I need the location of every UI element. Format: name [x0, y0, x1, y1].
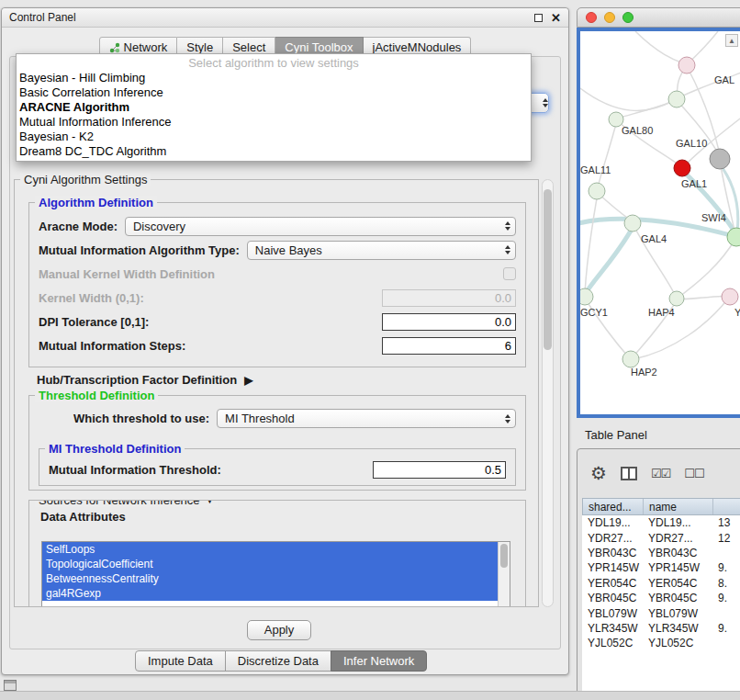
table-row[interactable]: YBL079WYBL079W	[582, 605, 740, 620]
group-title: Sources for Network Inference ▼	[35, 500, 218, 507]
tab-label: jActiveMNodules	[373, 40, 462, 54]
attribute-item[interactable]: SelfLoops	[42, 542, 498, 557]
table-row[interactable]: YJL052CYJL052C	[582, 636, 740, 650]
select-all-icon[interactable]: ☑☑	[651, 467, 670, 480]
apply-button[interactable]: Apply	[247, 620, 311, 640]
attribute-item[interactable]: BetweennessCentrality	[42, 571, 498, 586]
tab-impute-data[interactable]: Impute Data	[135, 650, 226, 672]
manual-kernel-checkbox[interactable]	[503, 267, 516, 280]
network-node[interactable]	[727, 228, 740, 246]
sources-title-label: Sources for Network Inference	[39, 500, 200, 507]
deselect-all-icon[interactable]: ☐☐	[684, 467, 703, 480]
network-canvas-svg[interactable]: GALGAL80GAL10GAL11GAL1SWI4GAL4GCY1HAP4YH…	[580, 31, 740, 418]
scrollbar-thumb[interactable]	[544, 189, 552, 350]
dpi-tolerance-input[interactable]	[382, 313, 516, 331]
combobox-value: Naive Bayes	[255, 243, 322, 257]
network-node[interactable]	[722, 288, 738, 305]
network-node[interactable]	[669, 291, 684, 306]
minimize-traffic-light-icon[interactable]	[604, 12, 615, 23]
column-header[interactable]	[713, 499, 740, 514]
kernel-width-input[interactable]	[382, 289, 516, 307]
table-header-row: shared...name	[582, 498, 740, 515]
network-node[interactable]	[678, 57, 695, 73]
bottom-status-strip	[0, 691, 740, 700]
network-node[interactable]	[589, 183, 605, 199]
table-cell: 13	[712, 515, 740, 530]
columns-icon[interactable]	[621, 467, 637, 480]
control-panel-titlebar[interactable]: Control Panel ✕	[2, 8, 568, 28]
network-node[interactable]	[710, 149, 730, 169]
table-row[interactable]: YBR045CYBR045C9.	[582, 591, 740, 605]
column-header[interactable]: shared...	[583, 499, 644, 514]
expand-arrow-icon[interactable]: ▶	[244, 374, 252, 387]
network-node[interactable]	[674, 160, 690, 176]
mi-steps-input[interactable]	[382, 337, 516, 355]
hub-tf-definition-label: Hub/Transcription Factor Definition	[37, 373, 237, 387]
tab-label: Cyni Toolbox	[285, 40, 353, 54]
dropdown-placeholder: Select algorithm to view settings	[17, 56, 531, 71]
hub-tf-definition-toggle[interactable]: Hub/Transcription Factor Definition ▶	[37, 373, 252, 387]
list-scrollbar[interactable]	[498, 542, 510, 607]
tab-infer-network[interactable]: Infer Network	[331, 650, 427, 672]
table-row[interactable]: YER054CYER054C8.	[582, 576, 740, 591]
group-title: Threshold Definition	[35, 389, 158, 402]
bottom-tab-bar: Impute Data Discretize Data Infer Networ…	[135, 650, 427, 672]
table-row[interactable]: YDL19...YDL19...13	[582, 515, 740, 530]
scroll-up-arrow-icon[interactable]: ▲	[725, 34, 738, 47]
attribute-item[interactable]: TopologicalCoefficient	[42, 557, 498, 571]
network-view-window: GALGAL80GAL10GAL11GAL1SWI4GAL4GCY1HAP4YH…	[577, 7, 740, 418]
network-node[interactable]	[580, 288, 593, 305]
tab-label: Select	[232, 40, 265, 54]
table-cell: 9.	[712, 591, 740, 605]
collapsed-panel-icon[interactable]	[4, 680, 17, 691]
algorithm-option[interactable]: Bayesian - Hill Climbing	[17, 71, 531, 85]
table-row[interactable]: YPR145WYPR145W9.	[582, 560, 740, 575]
tab-discretize-data[interactable]: Discretize Data	[225, 650, 331, 672]
algorithm-option[interactable]: ARACNE Algorithm	[17, 100, 531, 115]
group-title: MI Threshold Definition	[45, 442, 185, 456]
algorithm-option-list: Bayesian - Hill ClimbingBasic Correlatio…	[17, 71, 531, 159]
float-window-icon[interactable]	[534, 14, 543, 22]
table-cell: YBR045C	[643, 591, 712, 605]
table-row[interactable]: YBR043CYBR043C	[582, 546, 740, 560]
network-canvas-frame: GALGAL80GAL10GAL11GAL1SWI4GAL4GCY1HAP4YH…	[577, 28, 740, 418]
close-icon[interactable]: ✕	[551, 11, 561, 25]
table-cell: YER054C	[643, 576, 712, 591]
table-cell: YDL19...	[582, 515, 643, 530]
network-node[interactable]	[624, 215, 641, 231]
table-row[interactable]: YDR27...YDR27...12	[582, 530, 740, 545]
zoom-traffic-light-icon[interactable]	[622, 12, 633, 23]
mi-type-combobox[interactable]: Naive Bayes	[247, 241, 516, 260]
node-label: GAL	[714, 74, 734, 85]
attribute-item[interactable]: gal4RGexp	[42, 586, 498, 601]
network-node[interactable]	[668, 91, 685, 107]
network-window-titlebar[interactable]	[577, 7, 740, 28]
algorithm-option[interactable]: Basic Correlation Inference	[17, 85, 531, 100]
network-node[interactable]	[622, 351, 639, 367]
algorithm-option[interactable]: Mutual Information Inference	[17, 115, 531, 130]
settings-vertical-scrollbar[interactable]	[542, 179, 554, 607]
table-cell: YBR043C	[582, 546, 643, 560]
collapse-arrow-icon[interactable]: ▼	[206, 500, 215, 507]
kernel-width-row: Kernel Width (0,1):	[29, 286, 525, 310]
data-attributes-list[interactable]: SelfLoopsTopologicalCoefficientBetweenne…	[41, 541, 510, 607]
table-cell: YBL079W	[643, 605, 712, 620]
column-header[interactable]: name	[644, 499, 713, 514]
table-cell: YLR345W	[643, 621, 712, 636]
scrollbar-thumb[interactable]	[500, 544, 508, 568]
dpi-tolerance-row: DPI Tolerance [0,1]:	[29, 310, 525, 333]
algorithm-option[interactable]: Bayesian - K2	[17, 130, 531, 144]
tab-label: Style	[186, 40, 213, 54]
algorithm-option[interactable]: Dream8 DC_TDC Algorithm	[17, 144, 531, 159]
group-title: Cyni Algorithm Settings	[20, 173, 151, 186]
aracne-mode-combobox[interactable]: Discovery	[125, 217, 516, 236]
gear-icon[interactable]: ⚙	[590, 462, 607, 484]
table-cell: YBR045C	[582, 591, 643, 605]
close-traffic-light-icon[interactable]	[586, 12, 597, 23]
mi-threshold-definition-group: MI Threshold Definition Mutual Informati…	[39, 448, 516, 486]
table-row[interactable]: YLR345WYLR345W9.	[582, 621, 740, 636]
table-cell: YDR27...	[582, 530, 643, 545]
mi-threshold-input[interactable]	[373, 461, 506, 479]
threshold-definition-group: Threshold Definition Which threshold to …	[28, 395, 526, 491]
which-threshold-combobox[interactable]: MI Threshold	[217, 409, 516, 428]
